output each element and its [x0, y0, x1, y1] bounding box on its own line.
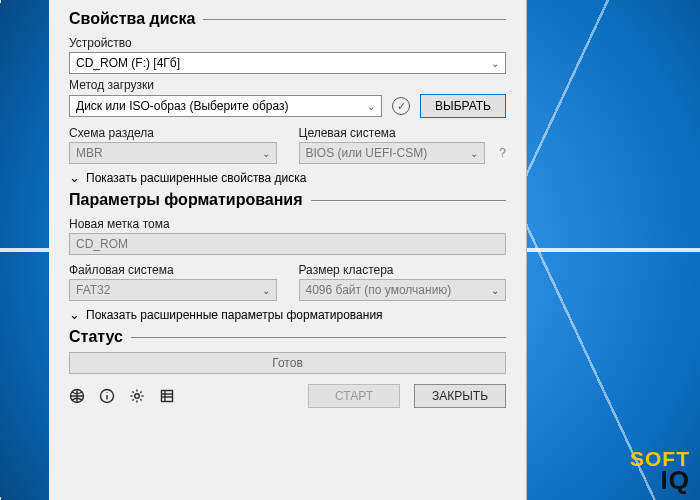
- cluster-label: Размер кластера: [299, 263, 507, 277]
- format-advanced-label: Показать расширенные параметры форматиро…: [86, 308, 383, 322]
- device-select-value: CD_ROM (F:) [4Гб]: [76, 56, 180, 70]
- svg-point-3: [106, 392, 107, 393]
- chevron-down-icon: ⌄: [491, 58, 499, 69]
- rule: [203, 19, 506, 20]
- status-section-title: Статус: [69, 328, 123, 346]
- status-text: Готов: [272, 356, 303, 370]
- start-button[interactable]: СТАРТ: [308, 384, 400, 408]
- format-section-header: Параметры форматирования: [69, 191, 506, 209]
- cluster-select[interactable]: 4096 байт (по умолчанию) ⌄: [299, 279, 507, 301]
- watermark-line2: IQ: [630, 469, 690, 492]
- drive-advanced-toggle[interactable]: Показать расширенные свойства диска: [69, 170, 506, 185]
- close-button-label: ЗАКРЫТЬ: [432, 389, 488, 403]
- svg-rect-5: [162, 391, 173, 402]
- status-section-header: Статус: [69, 328, 506, 346]
- select-button-label: ВЫБРАТЬ: [435, 99, 491, 113]
- volume-input[interactable]: CD_ROM: [69, 233, 506, 255]
- close-button[interactable]: ЗАКРЫТЬ: [414, 384, 506, 408]
- chevron-down-icon: [69, 170, 80, 185]
- partition-select[interactable]: MBR ⌄: [69, 142, 277, 164]
- drive-section-header: Свойства диска: [69, 10, 506, 28]
- format-advanced-toggle[interactable]: Показать расширенные параметры форматиро…: [69, 307, 506, 322]
- partition-value: MBR: [76, 146, 103, 160]
- device-select[interactable]: CD_ROM (F:) [4Гб] ⌄: [69, 52, 506, 74]
- boot-label: Метод загрузки: [69, 78, 506, 92]
- volume-label: Новая метка тома: [69, 217, 506, 231]
- drive-section-title: Свойства диска: [69, 10, 195, 28]
- info-icon[interactable]: [99, 388, 115, 404]
- filesystem-value: FAT32: [76, 283, 110, 297]
- device-label: Устройство: [69, 36, 506, 50]
- rule: [311, 200, 506, 201]
- chevron-down-icon: ⌄: [470, 148, 478, 159]
- volume-value: CD_ROM: [76, 237, 128, 251]
- target-label: Целевая система: [299, 126, 507, 140]
- format-section-title: Параметры форматирования: [69, 191, 303, 209]
- bottom-toolbar: СТАРТ ЗАКРЫТЬ: [69, 384, 506, 408]
- check-icon[interactable]: ✓: [392, 97, 410, 115]
- settings-icon[interactable]: [129, 388, 145, 404]
- chevron-down-icon: [69, 307, 80, 322]
- globe-icon[interactable]: [69, 388, 85, 404]
- chevron-down-icon: ⌄: [262, 148, 270, 159]
- target-select[interactable]: BIOS (или UEFI-CSM) ⌄: [299, 142, 486, 164]
- svg-point-4: [135, 394, 140, 399]
- filesystem-label: Файловая система: [69, 263, 277, 277]
- cluster-value: 4096 байт (по умолчанию): [306, 283, 452, 297]
- drive-advanced-label: Показать расширенные свойства диска: [86, 171, 307, 185]
- rule: [131, 337, 506, 338]
- status-bar: Готов: [69, 352, 506, 374]
- select-button[interactable]: ВЫБРАТЬ: [420, 94, 506, 118]
- chevron-down-icon: ⌄: [491, 285, 499, 296]
- chevron-down-icon: ⌄: [262, 285, 270, 296]
- filesystem-select[interactable]: FAT32 ⌄: [69, 279, 277, 301]
- log-icon[interactable]: [159, 388, 175, 404]
- chevron-down-icon: ⌄: [367, 101, 375, 112]
- boot-select-value: Диск или ISO-образ (Выберите образ): [76, 99, 288, 113]
- boot-select[interactable]: Диск или ISO-образ (Выберите образ) ⌄: [69, 95, 382, 117]
- partition-label: Схема раздела: [69, 126, 277, 140]
- start-button-label: СТАРТ: [335, 389, 373, 403]
- target-value: BIOS (или UEFI-CSM): [306, 146, 428, 160]
- softiq-watermark: SOFT IQ: [630, 450, 690, 492]
- help-icon[interactable]: ?: [499, 146, 506, 160]
- rufus-window: Свойства диска Устройство CD_ROM (F:) [4…: [49, 0, 527, 500]
